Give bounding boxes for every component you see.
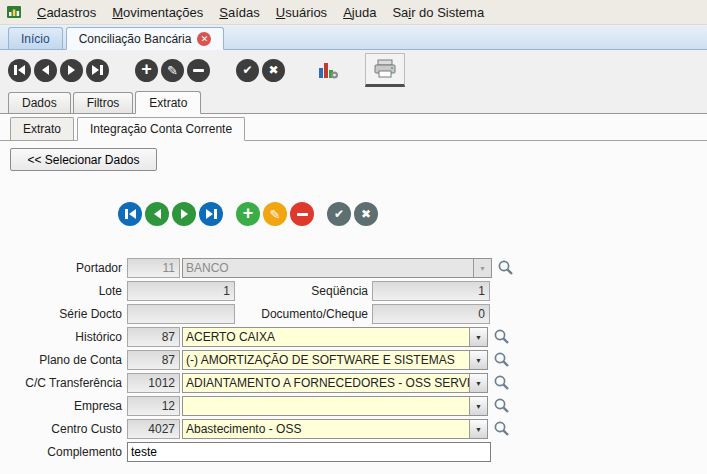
nav-confirm-button[interactable]: ✔ [327,202,351,226]
tab-label: Conciliação Bancária [79,32,192,46]
print-button[interactable] [365,53,405,87]
menu-label-part: r do Sistema [411,5,484,20]
chevron-down-icon[interactable]: ▼ [469,351,487,369]
app-window: Cadastros Movimentações Saídas Usuários … [0,0,707,474]
plano-conta-combo[interactable]: (-) AMORTIZAÇÃO DE SOFTWARE E SISTEMAS ▼ [182,350,488,370]
minus-icon [193,69,204,72]
last-record-icon [214,209,217,219]
cancel-button[interactable]: ✖ [262,59,285,82]
tab-extrato[interactable]: Extrato [135,91,201,114]
portador-search-icon[interactable] [497,259,514,276]
menu-bar: Cadastros Movimentações Saídas Usuários … [0,0,707,25]
cc-transferencia-combo[interactable]: ADIANTAMENTO A FORNECEDORES - OSS SERVIÇ… [182,373,488,393]
centro-custo-label: Centro Custo [0,419,122,439]
select-data-button[interactable]: << Selecionar Dados [10,148,157,171]
page-tab-strip: Dados Filtros Extrato [0,90,707,114]
menu-item-usuarios[interactable]: Usuários [268,2,335,23]
portador-code-field: 11 [127,258,180,278]
plano-conta-search-icon[interactable] [493,351,510,368]
centro-custo-code-field: 4027 [127,419,180,439]
menu-item-ajuda[interactable]: Ajuda [335,2,384,23]
nav-edit-button[interactable]: ✎ [263,202,287,226]
nav-delete-button[interactable] [290,202,314,226]
record-nav-group [8,59,109,82]
next-record-button[interactable] [60,59,83,82]
chevron-down-icon[interactable]: ▼ [469,328,487,346]
centro-custo-value: Abastecimento - OSS [183,420,469,438]
delete-record-button[interactable] [187,59,210,82]
printer-icon [373,59,397,79]
menu-label-part: suários [285,5,327,20]
nav-first-button[interactable] [118,202,142,226]
chevron-down-icon: ▼ [473,259,491,277]
nav-last-button[interactable] [199,202,223,226]
record-navigator: + ✎ ✔ ✖ [118,202,381,226]
cc-transferencia-search-icon[interactable] [493,374,510,391]
menu-label-part: adastros [46,5,96,20]
add-record-button[interactable]: + [135,59,158,82]
empresa-combo[interactable]: ▼ [182,396,488,416]
confirm-button[interactable]: ✔ [236,59,259,82]
lote-label: Lote [0,281,122,301]
main-toolbar: + ✎ ✔ ✖ [0,50,707,90]
serie-docto-field [127,304,235,324]
historico-combo[interactable]: ACERTO CAIXA ▼ [182,327,488,347]
first-record-icon [125,209,128,219]
menu-label-part: aídas [228,5,260,20]
nav-cancel-button[interactable]: ✖ [354,202,378,226]
menu-item-saidas[interactable]: Saídas [211,2,267,23]
serie-docto-label: Série Docto [0,304,122,324]
historico-label: Histórico [0,327,122,347]
chevron-down-icon[interactable]: ▼ [469,420,487,438]
plus-icon: + [141,60,152,78]
tab-label: Início [21,32,50,46]
tab-conciliacao-bancaria[interactable]: Conciliação Bancária ✕ [66,27,225,50]
nav-next-button[interactable] [172,202,196,226]
chevron-down-icon[interactable]: ▼ [469,374,487,392]
menu-accel: A [343,5,352,20]
previous-record-button[interactable] [34,59,57,82]
complemento-input[interactable] [127,442,491,462]
historico-search-icon[interactable] [493,328,510,345]
pencil-icon: ✎ [167,64,178,77]
chevron-down-icon[interactable]: ▼ [469,397,487,415]
centro-custo-search-icon[interactable] [493,420,510,437]
right-triangle-icon [206,209,213,219]
bar-chart-icon [317,60,339,80]
subtab-integracao-conta-corrente[interactable]: Integração Conta Corrente [77,117,245,141]
edit-record-button[interactable]: ✎ [161,59,184,82]
nav-add-button[interactable]: + [236,202,260,226]
menu-item-movimentacoes[interactable]: Movimentações [104,2,211,23]
cancel-icon: ✖ [361,208,371,220]
documento-cheque-label: Documento/Cheque [240,304,368,324]
documento-cheque-field: 0 [372,304,490,324]
tab-filtros[interactable]: Filtros [73,92,134,113]
plano-conta-code-field: 87 [127,350,180,370]
historico-code-field: 87 [127,327,180,347]
subtab-extrato[interactable]: Extrato [10,117,74,140]
lote-field: 1 [127,281,235,301]
check-icon: ✔ [242,64,252,76]
content-panel: Extrato Integração Conta Corrente << Sel… [0,114,707,474]
tab-inicio[interactable]: Início [8,27,63,49]
cc-transferencia-code-field: 1012 [127,373,180,393]
first-record-icon [14,65,17,75]
close-tab-icon[interactable]: ✕ [197,32,211,46]
menu-label-part: juda [352,5,377,20]
minus-icon [297,213,308,216]
first-record-button[interactable] [8,59,31,82]
tab-label: Extrato [149,96,187,110]
right-triangle-icon [68,65,75,75]
chart-button[interactable] [311,56,345,84]
tab-dados[interactable]: Dados [8,92,71,113]
nav-previous-button[interactable] [145,202,169,226]
menu-item-cadastros[interactable]: Cadastros [29,2,104,23]
centro-custo-combo[interactable]: Abastecimento - OSS ▼ [182,419,488,439]
pencil-icon: ✎ [270,208,281,221]
empresa-search-icon[interactable] [493,397,510,414]
menu-item-sair-do-sistema[interactable]: Sair do Sistema [384,2,492,23]
menu-label-part: Sa [392,5,408,20]
historico-value: ACERTO CAIXA [183,328,469,346]
last-record-button[interactable] [86,59,109,82]
left-triangle-icon [129,209,136,219]
